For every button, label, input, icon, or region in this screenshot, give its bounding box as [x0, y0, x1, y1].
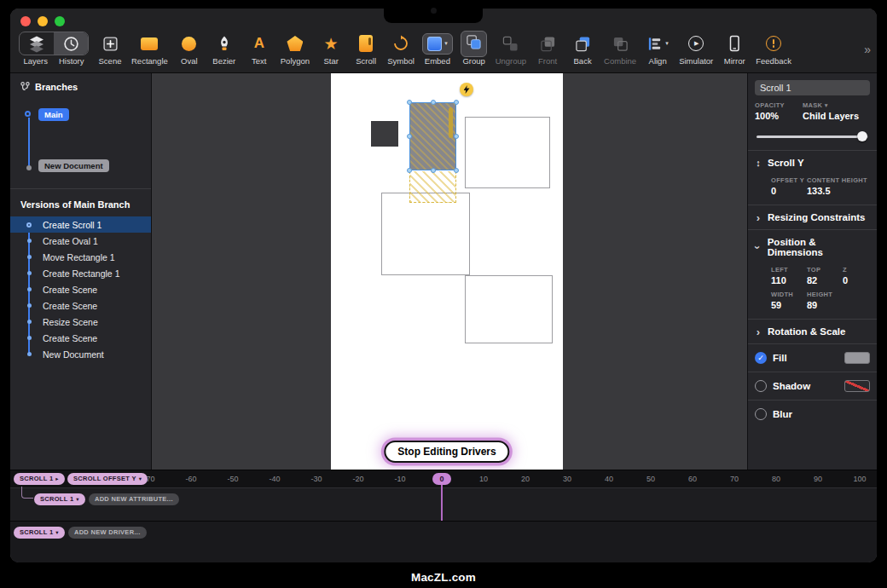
playhead[interactable]: [441, 485, 443, 521]
canvas-dark-rectangle[interactable]: [371, 121, 398, 147]
selection-handle[interactable]: [431, 100, 436, 105]
track-layer-pill[interactable]: SCROLL 1▾: [34, 493, 85, 505]
tool-scene[interactable]: Scene: [96, 32, 124, 66]
opacity-label: OPACITY: [755, 101, 803, 109]
selection-handle[interactable]: [454, 134, 459, 139]
version-item[interactable]: Create Scene: [10, 297, 151, 314]
tool-rectangle[interactable]: Rectangle: [131, 32, 168, 66]
offset-y-value[interactable]: 0: [771, 186, 807, 196]
canvas-outline-rectangle[interactable]: [465, 275, 553, 343]
fill-checkbox[interactable]: ✓: [755, 352, 767, 364]
driver-layer-pill[interactable]: SCROLL 1▾: [14, 527, 65, 539]
tool-embed[interactable]: ▾ Embed: [422, 32, 453, 66]
canvas-outline-rectangle[interactable]: [381, 193, 470, 275]
playhead-position-pill[interactable]: 0: [432, 473, 451, 485]
driver-lightning-badge[interactable]: [460, 83, 473, 96]
scroll-y-body: OFFSET Y 0 CONTENT HEIGHT 133.5: [748, 175, 877, 205]
version-label: Move Rectangle 1: [43, 252, 115, 262]
drivers-panel[interactable]: SCROLL 1▾ ADD NEW DRIVER...: [10, 521, 877, 563]
opacity-slider[interactable]: [757, 131, 868, 141]
selected-scroll-layer[interactable]: [409, 102, 456, 170]
selection-handle[interactable]: [454, 100, 459, 105]
layer-name-field[interactable]: Scroll 1: [755, 80, 870, 95]
tool-text[interactable]: A Text: [246, 32, 273, 66]
watermark: MacZL.com: [0, 571, 887, 584]
left-value[interactable]: 110: [771, 275, 807, 285]
mask-value[interactable]: Child Layers: [803, 111, 859, 121]
tool-combine[interactable]: Combine: [604, 32, 636, 66]
toolbar-overflow-chevron[interactable]: »: [864, 43, 871, 56]
add-driver-button[interactable]: ADD NEW DRIVER...: [68, 527, 147, 539]
traffic-lights: [20, 16, 65, 26]
tool-label: Combine: [604, 56, 636, 66]
version-item[interactable]: Create Scene: [10, 281, 151, 297]
mask-label: MASK ▾: [803, 101, 859, 109]
version-item[interactable]: New Document: [10, 346, 151, 362]
track-connector-line: [21, 487, 33, 499]
version-item-selected[interactable]: Create Scroll 1: [10, 216, 151, 233]
selection-handle[interactable]: [407, 100, 412, 105]
segment-labels: Layers History: [23, 56, 84, 66]
width-value[interactable]: 59: [771, 300, 807, 310]
position-dimensions-header[interactable]: › Position & Dimensions: [748, 229, 877, 264]
tool-scroll[interactable]: Scroll: [352, 32, 380, 66]
fill-color-swatch[interactable]: [844, 352, 870, 364]
selection-handle[interactable]: [454, 168, 459, 173]
ruler-tick: -30: [304, 475, 329, 483]
selection-handle[interactable]: [407, 134, 412, 139]
branch-root-pill[interactable]: New Document: [38, 159, 109, 172]
inspector-panel: Scroll 1 OPACITY 100% MASK ▾ Child Layer…: [747, 73, 877, 470]
selection-handle[interactable]: [431, 168, 436, 173]
history-tab[interactable]: [54, 32, 88, 55]
tool-group[interactable]: Group: [461, 32, 488, 66]
rotation-scale-title: Rotation & Scale: [768, 326, 845, 337]
tool-polygon[interactable]: Polygon: [281, 32, 310, 66]
scroll-y-section-header[interactable]: ↕ Scroll Y: [748, 150, 877, 175]
version-dot-marker: [22, 287, 36, 291]
layers-tab[interactable]: [20, 32, 54, 55]
version-item[interactable]: Create Scene: [10, 330, 151, 346]
add-attribute-button[interactable]: ADD NEW ATTRIBUTE...: [89, 493, 179, 505]
shadow-color-swatch[interactable]: [844, 380, 870, 392]
blur-checkbox[interactable]: [755, 408, 767, 420]
canvas[interactable]: Stop Editing Drivers: [152, 73, 747, 470]
zoom-button[interactable]: [55, 16, 65, 26]
tool-oval[interactable]: Oval: [176, 32, 203, 66]
tool-back[interactable]: Back: [569, 32, 596, 66]
version-dot-marker: [22, 239, 36, 243]
tool-simulator[interactable]: ▶ Simulator: [679, 32, 713, 66]
height-value[interactable]: 89: [807, 300, 832, 310]
branch-main-pill[interactable]: Main: [38, 108, 69, 121]
artboard[interactable]: Stop Editing Drivers: [331, 73, 563, 470]
minimize-button[interactable]: [38, 16, 48, 26]
z-value[interactable]: 0: [843, 275, 848, 285]
rotation-scale-header[interactable]: › Rotation & Scale: [748, 319, 877, 343]
version-item[interactable]: Resize Scene: [10, 314, 151, 330]
content-height-value[interactable]: 133.5: [807, 186, 867, 196]
tool-star[interactable]: ★ Star: [317, 32, 345, 66]
main-area: Branches Main New Document Versions of M…: [10, 73, 877, 470]
tool-front[interactable]: Front: [534, 32, 561, 66]
tool-ungroup[interactable]: Ungroup: [496, 32, 526, 66]
oval-icon: [182, 32, 196, 55]
top-value[interactable]: 82: [807, 275, 843, 285]
tool-symbol[interactable]: Symbol: [387, 32, 415, 66]
resizing-constraints-header[interactable]: › Resizing Constraints: [748, 205, 877, 229]
tool-align[interactable]: ▾ Align: [644, 32, 671, 66]
selection-handle[interactable]: [407, 168, 412, 173]
timeline-layer-pill[interactable]: SCROLL 1▸: [14, 473, 65, 485]
stop-editing-drivers-button[interactable]: Stop Editing Drivers: [384, 441, 509, 463]
tool-bezier[interactable]: Bezier: [211, 32, 238, 66]
canvas-outline-rectangle[interactable]: [465, 117, 550, 188]
shadow-checkbox[interactable]: [755, 380, 767, 392]
version-item[interactable]: Create Rectangle 1: [10, 265, 151, 281]
tool-feedback[interactable]: Feedback: [756, 32, 791, 66]
tool-mirror[interactable]: Mirror: [721, 32, 748, 66]
timeline-attribute-pill[interactable]: SCROLL OFFSET Y▾: [67, 473, 148, 485]
version-item[interactable]: Move Rectangle 1: [10, 249, 151, 265]
opacity-value[interactable]: 100%: [755, 111, 803, 121]
timeline-tracks[interactable]: SCROLL 1▾ ADD NEW ATTRIBUTE...: [10, 488, 877, 521]
close-button[interactable]: [20, 16, 31, 26]
version-item[interactable]: Create Oval 1: [10, 233, 151, 249]
slider-knob[interactable]: [857, 131, 867, 141]
